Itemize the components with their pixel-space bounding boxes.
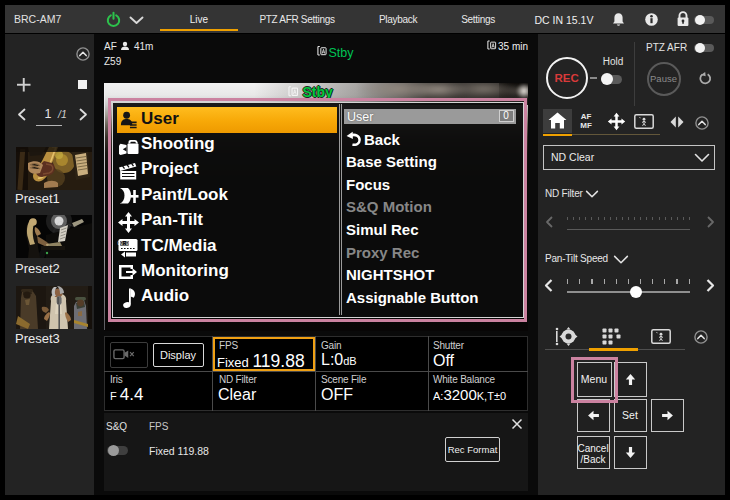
svg-text:00:00: 00:00	[118, 241, 132, 246]
